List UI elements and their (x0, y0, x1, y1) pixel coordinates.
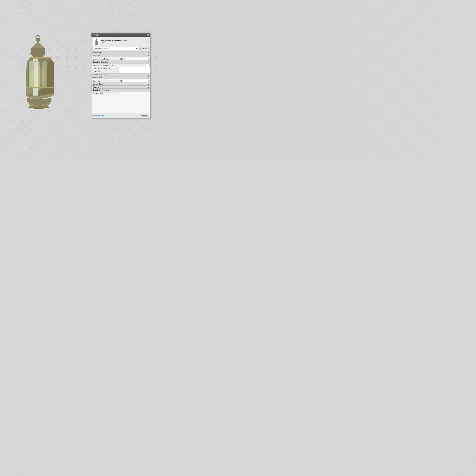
section-phasing-label: Phasing (93, 86, 99, 88)
section-identity-label: Identity Data (93, 83, 102, 85)
section-identity-data[interactable]: Identity Data ⋁ (91, 83, 150, 85)
fixture-height-side-btn[interactable]: … (148, 58, 150, 60)
prop-lighting-fixture-height: Lighting Fixture Height … (91, 57, 150, 61)
cord-height-input[interactable] (120, 80, 147, 82)
svg-marker-3 (31, 48, 45, 57)
section-graphics[interactable]: Graphics ⋀ (91, 54, 150, 57)
section-constraints-label: Constraints (93, 52, 102, 54)
panel-title: Properties (93, 34, 102, 36)
graphics-collapse-icon: ⋀ (148, 55, 149, 57)
prop-cord-height: Cord Height … (91, 79, 150, 83)
elec-circuiting-collapse-icon: ⋀ (148, 89, 149, 91)
panel-header: RD_Mosque Ramadan Lantern Gold ▼ (91, 37, 150, 46)
edit-type-icon: ⊞ (140, 48, 141, 50)
svg-point-21 (95, 45, 98, 45)
prop-switch-id: Switch ID (91, 70, 150, 73)
cord-height-side-btn[interactable]: … (148, 80, 150, 82)
dimensions-collapse-icon: ⋀ (148, 77, 149, 79)
fixture-height-input[interactable] (120, 58, 147, 60)
calc-cu-checkbox[interactable] (148, 64, 150, 66)
elec-loads-collapse-icon: ⋁ (148, 74, 149, 76)
prop-label-fixture-height: Lighting Fixture Height (91, 58, 119, 60)
lantern-preview (12, 34, 82, 126)
type-selector[interactable]: Lighting Fixtures (1) (92, 47, 138, 51)
prop-label-coeff-util: Coefficient of Utilization (91, 67, 119, 70)
prop-calculate-cu: Calculate Coefficient of Utiliz... (91, 64, 150, 67)
svg-marker-2 (31, 42, 45, 48)
prop-label-switch-id: Switch ID (91, 70, 119, 73)
content-spacer (91, 95, 150, 113)
section-graphics-label: Graphics (93, 55, 100, 57)
phasing-collapse-icon: ⋁ (148, 86, 149, 88)
section-phasing[interactable]: Phasing ⋁ (91, 85, 150, 88)
properties-help-link[interactable]: Properties help (93, 115, 104, 116)
dropdown-arrow-icon[interactable]: ▼ (147, 40, 149, 43)
properties-panel: Properties ✕ RD_Mosque Ramadan Lantern G… (91, 33, 151, 118)
switch-id-input[interactable] (120, 71, 150, 73)
close-button[interactable]: ✕ (147, 34, 149, 36)
item-subname: Gold (101, 42, 146, 43)
apply-button[interactable]: Apply (140, 114, 149, 117)
prop-value-fixture-height[interactable] (119, 58, 148, 60)
section-electrical-circuiting[interactable]: Electrical - Circuiting ⋀ (91, 88, 150, 91)
section-elec-loads-label: Electrical - Loads (93, 74, 106, 76)
svg-rect-14 (30, 57, 51, 58)
panel-name-area: RD_Mosque Ramadan Lantern Gold (101, 40, 146, 43)
section-dimensions[interactable]: Dimensions ⋀ (91, 76, 150, 79)
section-electrical-lighting[interactable]: Electrical - Lighting ⋀ (91, 61, 150, 64)
prop-coefficient-utilization: Coefficient of Utilization (91, 67, 150, 70)
svg-marker-18 (95, 40, 97, 41)
section-elec-circuiting-label: Electrical - Circuiting (93, 89, 109, 91)
svg-point-17 (96, 38, 97, 40)
item-name: RD_Mosque Ramadan Lantern (101, 40, 146, 42)
svg-rect-22 (96, 41, 97, 43)
calc-cu-label: Calculate Coefficient of Utiliz... (91, 64, 146, 67)
edit-type-label: Edit Type (142, 48, 149, 50)
calc-cu-checkbox-area[interactable] (146, 64, 150, 66)
panel-content: Constraints ⋀ Graphics ⋀ Lighting Fixtur… (91, 51, 150, 113)
prop-label-cord-height: Cord Height (91, 80, 119, 82)
panel-footer: Properties help Apply (91, 113, 150, 118)
section-constraints[interactable]: Constraints ⋀ (91, 51, 150, 54)
panel-titlebar: Properties ✕ (91, 33, 150, 37)
prop-value-electrical-data (119, 93, 150, 94)
selector-row: Lighting Fixtures (1) ⊞ Edit Type (91, 46, 150, 51)
edit-type-button[interactable]: ⊞ Edit Type (139, 47, 150, 51)
prop-value-switch-id[interactable] (119, 70, 150, 73)
section-elec-lighting-label: Electrical - Lighting (93, 61, 108, 63)
prop-electrical-data: Electrical Data (91, 91, 150, 95)
identity-collapse-icon: ⋁ (148, 83, 149, 85)
svg-point-13 (28, 106, 49, 109)
coeff-util-input[interactable] (120, 68, 150, 69)
prop-label-electrical-data: Electrical Data (91, 92, 119, 94)
svg-rect-15 (26, 87, 54, 88)
svg-point-1 (36, 38, 40, 42)
item-thumbnail (93, 38, 100, 45)
prop-value-coeff-util[interactable] (119, 67, 150, 70)
prop-value-cord-height[interactable] (119, 80, 148, 82)
elec-lighting-collapse-icon: ⋀ (148, 61, 149, 63)
section-electrical-loads[interactable]: Electrical - Loads ⋁ (91, 73, 150, 76)
constraints-collapse-icon: ⋀ (148, 52, 149, 54)
section-dimensions-label: Dimensions (93, 77, 102, 79)
